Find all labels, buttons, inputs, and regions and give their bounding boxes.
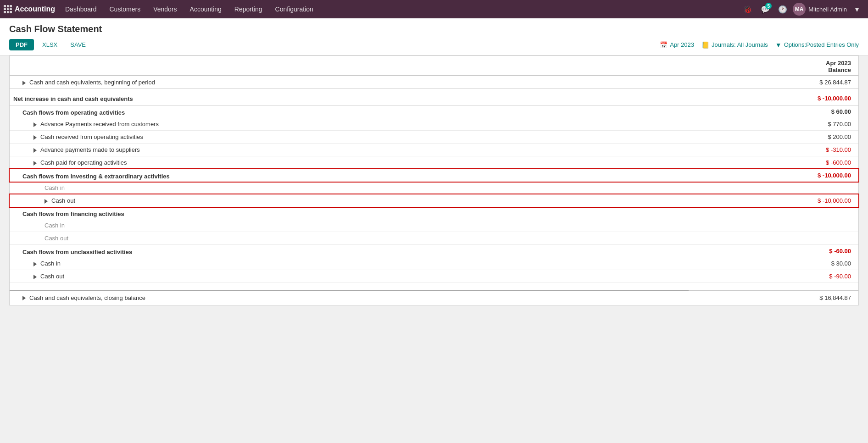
table-row: Cash out $ -10,000.00 [10,194,858,207]
top-navigation: Accounting Dashboard Customers Vendors A… [0,0,868,18]
journals-filter-label: Journals: All Journals [712,41,768,48]
row-value: $ 200.00 [689,131,858,144]
col-header-label [10,56,689,76]
nav-customers[interactable]: Customers [103,0,147,18]
calendar-icon: 📅 [660,41,668,49]
row-label: Cash flows from investing & extraordinar… [10,169,689,182]
options-filter[interactable]: ▼ Options:Posted Entries Only [775,41,859,49]
row-value: $ -10,000.00 [689,89,858,105]
row-label: Cash in [10,257,689,270]
row-value: $ 30.00 [689,257,858,270]
date-filter[interactable]: 📅 Apr 2023 [660,41,694,49]
nav-vendors[interactable]: Vendors [147,0,183,18]
row-value: $ 26,844.87 [689,76,858,89]
table-row: Cash flows from operating activities $ 6… [10,105,858,118]
row-label: Cash and cash equivalents, closing balan… [10,290,689,305]
report-table: Apr 2023 Balance Cash and cash equivalen… [10,56,858,305]
table-row: Cash in [10,219,858,232]
table-row: Cash received from operating activities … [10,131,858,144]
column-header-row: Apr 2023 Balance [10,56,858,76]
row-label: Cash out [10,232,689,245]
row-label: Cash and cash equivalents, beginning of … [10,76,689,89]
journals-filter[interactable]: 📒 Journals: All Journals [701,41,768,49]
brand-label: Accounting [15,5,55,13]
user-menu-chevron[interactable]: ▾ [850,2,864,17]
filter-icon: ▼ [775,41,782,49]
row-value: $ 60.00 [689,105,858,118]
table-row: Advance payments made to suppliers $ -31… [10,144,858,156]
table-row: Cash in $ 30.00 [10,257,858,270]
table-row: Cash flows from unclassified activities … [10,245,858,258]
col-header-date: Apr 2023 Balance [689,56,858,76]
clock-icon[interactable]: 🕐 [775,2,790,17]
book-icon: 📒 [701,41,709,49]
save-button[interactable]: SAVE [66,39,90,50]
page-actions: PDF XLSX SAVE 📅 Apr 2023 📒 Journals: All… [9,39,859,55]
row-value: $ -10,000.00 [689,194,858,207]
avatar[interactable]: MA [793,3,806,16]
user-name[interactable]: Mitchell Admin [808,6,847,13]
row-value: $ -310.00 [689,144,858,156]
table-row: Advance Payments received from customers… [10,118,858,131]
row-value: $ 770.00 [689,118,858,131]
app-brand[interactable]: Accounting [4,5,55,13]
row-label: Advance payments made to suppliers [10,144,689,156]
table-row: Cash and cash equivalents, closing balan… [10,290,858,305]
row-label: Cash in [10,182,689,194]
row-label: Cash out [10,194,689,207]
chat-icon[interactable]: 💬 5 [758,2,773,17]
nav-right-area: 🐞 💬 5 🕐 MA Mitchell Admin ▾ [740,2,864,17]
table-row: Cash out $ -90.00 [10,270,858,283]
row-value: $ -10,000.00 [689,169,858,182]
row-label: Cash paid for operating activities [10,156,689,169]
nav-dashboard[interactable]: Dashboard [59,0,103,18]
table-row: Cash flows from investing & extraordinar… [10,169,858,182]
row-label: Net increase in cash and cash equivalent… [10,89,689,105]
row-value: $ 16,844.87 [689,290,858,305]
grid-icon [4,5,12,13]
xlsx-button[interactable]: XLSX [38,39,62,50]
row-label: Cash flows from operating activities [10,105,689,118]
table-row: Cash in [10,182,858,194]
content-area: Apr 2023 Balance Cash and cash equivalen… [0,55,868,315]
table-row: Cash and cash equivalents, beginning of … [10,76,858,89]
nav-reporting[interactable]: Reporting [228,0,269,18]
page-title: Cash Flow Statement [9,24,859,34]
nav-accounting[interactable]: Accounting [184,0,228,18]
row-label: Cash in [10,219,689,232]
date-filter-label: Apr 2023 [670,41,694,48]
row-label: Cash flows from financing activities [10,207,689,219]
nav-configuration[interactable]: Configuration [269,0,320,18]
chat-badge: 5 [765,3,772,9]
report-card: Apr 2023 Balance Cash and cash equivalen… [9,55,859,305]
table-row: Cash flows from financing activities [10,207,858,219]
options-filter-label: Options:Posted Entries Only [784,41,859,48]
row-label: Cash received from operating activities [10,131,689,144]
row-label: Cash out [10,270,689,283]
pdf-button[interactable]: PDF [9,39,34,50]
table-row: Net increase in cash and cash equivalent… [10,89,858,105]
table-row: Cash paid for operating activities $ -60… [10,156,858,169]
bug-icon[interactable]: 🐞 [740,2,755,17]
row-label: Cash flows from unclassified activities [10,245,689,258]
row-value: $ -60.00 [689,245,858,258]
filter-bar: 📅 Apr 2023 📒 Journals: All Journals ▼ Op… [660,41,859,49]
row-value: $ -600.00 [689,156,858,169]
row-value: $ -90.00 [689,270,858,283]
page-header: Cash Flow Statement PDF XLSX SAVE 📅 Apr … [0,18,868,55]
row-value [689,207,858,219]
row-value [689,232,858,245]
row-label: Advance Payments received from customers [10,118,689,131]
row-value [689,219,858,232]
table-row: Cash out [10,232,858,245]
row-value [689,182,858,194]
